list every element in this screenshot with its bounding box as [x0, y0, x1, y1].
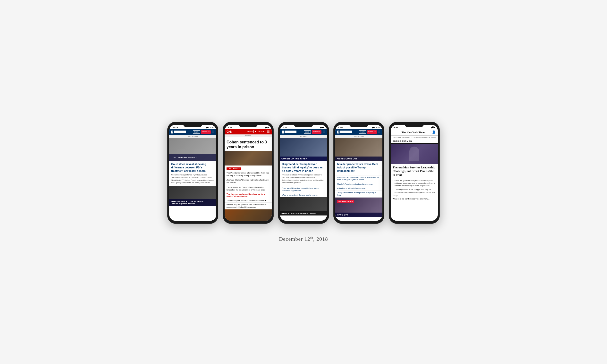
fox-body-3a: Prosecutors cut deal with Enquirer paren…: [282, 174, 325, 179]
fox-link-4d[interactable]: Trump's Russia real estate project: Ever…: [335, 191, 383, 197]
fox-login-btn-4[interactable]: Login: [359, 130, 366, 134]
nyt-login-btn[interactable]: Log In: [431, 136, 436, 138]
cnn-bottom-img: [224, 209, 272, 221]
phones-container: 10:29 ▂▄▆ LTE ■ f FOX NEWS Login Watch T…: [167, 122, 440, 224]
story2-overlay-3: WHAT'S THIS ZUCKERBERG THING?: [280, 211, 327, 216]
date-caption: December 12th, 2018: [279, 236, 328, 242]
hamburger-icon-3[interactable]: ☰: [322, 130, 325, 134]
cnn-live-tv[interactable]: Live TV ▼: [253, 130, 266, 133]
phone-3-nav: f FOX NEWS Login Watch TV ☰: [280, 129, 327, 135]
phone-5-screen: 4:53 ▂▄▇ ■ ☰ The New York Times 👤 Wednes…: [391, 125, 438, 221]
cnn-live-arrow: ▼: [263, 131, 265, 132]
cnn-red-link[interactable]: The 4 people sentenced to prison so far …: [224, 193, 272, 198]
cnn-home-link[interactable]: Home: [247, 130, 252, 133]
url-text-2: cnn.com: [245, 135, 251, 137]
hero-overlay-label-3: COHEN UP THE RIVER: [281, 157, 326, 160]
cnn-story-1: The President's former attorney said he …: [224, 171, 272, 177]
phone-1-nav: f FOX NEWS Login Watch TV ☰: [169, 129, 216, 135]
phone-5: 4:53 ▂▄▇ ■ ☰ The New York Times 👤 Wednes…: [389, 122, 440, 224]
nyt-logo: The New York Times: [402, 131, 426, 134]
hero-overlay-1: TWO SETS OF RULES?: [169, 154, 216, 161]
hero-overlay-4: KNIVES COME OUT: [335, 156, 383, 161]
fox-headline-4: Mueller probe twists revive Dem talk of …: [335, 161, 383, 175]
nyt-headline: Theresa May Survives Leadership Challeng…: [391, 164, 438, 179]
story2-img-1: SHAKEDOWN AT THE BORDER Caravan migrants…: [169, 186, 216, 206]
phone-3-notch: [294, 122, 313, 127]
phone-1-screen: 10:29 ▂▄▆ LTE ■ f FOX NEWS Login Watch T…: [169, 125, 216, 221]
phone-5-time: 4:53: [394, 126, 398, 129]
nyt-auth-btns: Subscribe Now Log In: [417, 136, 436, 138]
url-text-3: foxnews.com: [299, 135, 309, 137]
fox-logo-box-3: f: [282, 130, 284, 133]
nyt-person-icon[interactable]: 👤: [432, 130, 436, 134]
fox-watch-btn-3[interactable]: Watch TV: [312, 130, 321, 134]
nyt-hamburger-icon[interactable]: ☰: [393, 130, 395, 134]
cnn-hamburger-icon[interactable]: ☰: [267, 130, 270, 133]
fox-nav-btns-1: Login Watch TV ☰: [193, 130, 214, 134]
url-bar-1[interactable]: foxnews.com: [169, 135, 216, 138]
nyt-read-more[interactable]: What is a no-confidence vote and how...: [391, 197, 438, 201]
nyt-bullet-1: It was the gravest threat yet to the Bri…: [391, 179, 438, 188]
fox-body-1b: SEAN HANNITY: Michael Flynn's treatment …: [171, 179, 214, 184]
fox-logo-1: f FOX NEWS: [171, 130, 186, 133]
nyt-subscribe-btn[interactable]: Subscribe Now: [417, 136, 430, 138]
breaking-badge-4: BREAKING NEWS: [337, 198, 354, 203]
fox-link-3b[interactable]: What to know about Cohen's legal problem…: [280, 193, 327, 197]
phone-3-signal: ▂▄▆ ■: [319, 126, 324, 128]
nyt-date: Wednesday, December 12, 2018: [393, 136, 417, 138]
fox-link-4b[interactable]: Mueller's Russia investigation: What to …: [335, 182, 383, 187]
fox-nav-btns-3: Login Watch TV ☰: [304, 130, 325, 134]
fox-login-btn-1[interactable]: Login: [193, 130, 200, 134]
date-year: , 2018: [313, 236, 328, 242]
phone-5-notch: [405, 122, 424, 127]
fox-logo-text-4: FOX NEWS: [340, 130, 352, 133]
hero-img-3: COHEN UP THE RIVER: [280, 138, 327, 161]
cnn-nav-right: Home Live TV ▼ ☰: [247, 130, 270, 133]
hamburger-icon-4[interactable]: ☰: [378, 130, 381, 134]
url-bar-4[interactable]: foxnews.com: [335, 135, 383, 138]
hero-overlay-3: COHEN UP THE RIVER: [280, 156, 327, 161]
url-bar-2[interactable]: cnn.com: [224, 134, 272, 137]
fox-link-4a[interactable]: Disgraced ex-Trump lawyer blames 'blind …: [335, 175, 383, 182]
url-text-4: foxnews.com: [354, 135, 364, 137]
fox-watch-btn-4[interactable]: Watch TV: [367, 130, 377, 134]
cnn-main-headline: Cohen sentenced to 3 years in prison: [224, 137, 272, 151]
cnn-live-badge: LIVE UPDATES: [226, 168, 241, 170]
fox-watch-btn-1[interactable]: Watch TV: [201, 130, 211, 134]
cnn-link-1[interactable]: Trump's longtime attorney has been sente…: [224, 198, 272, 203]
story2-label-3: WHAT'S THIS ZUCKERBERG THING?: [281, 212, 326, 215]
cnn-story-2: Analysis: Michael Cohen's victim ploy di…: [224, 178, 272, 184]
cnn-live-label: Live TV: [257, 131, 263, 132]
nyt-hero-img: [391, 144, 438, 164]
phone-4-signal: ▂▄▆ LTE ■: [371, 126, 380, 128]
nyt-timestamp: 4m ago: [391, 194, 438, 197]
hero-overlay-label-1: TWO SETS OF RULES?: [171, 155, 215, 160]
nyt-section-label: BREXIT TURMOIL: [391, 139, 438, 144]
hamburger-icon-1[interactable]: ☰: [212, 130, 214, 134]
story2-label-1: SHAKEDOWN AT THE BORDER: [171, 200, 215, 203]
story2-overlay-1: SHAKEDOWN AT THE BORDER Caravan migrants…: [169, 199, 216, 206]
fox-link-4c[interactable]: A timeline of Michael Cohen's case: [335, 186, 383, 191]
phone-5-signal: ▂▄▇ ■: [430, 126, 435, 128]
fox-login-btn-3[interactable]: Login: [304, 130, 311, 134]
fox-headline-1: Court docs reveal shocking difference be…: [169, 161, 216, 186]
cnn-link-2[interactable]: National Enquirer publisher AMI strikes …: [224, 203, 272, 209]
nyt-figure-silhouette: [409, 147, 419, 161]
phone-3-screen: 3:37 ▂▄▆ ■ f FOX NEWS Login Watch TV ☰ f…: [280, 125, 327, 221]
phone-1-signal: ▂▄▆ LTE ■: [205, 126, 213, 128]
story2-img-3: WHAT'S THIS ZUCKERBERG THING?: [280, 197, 327, 216]
url-bar-3[interactable]: foxnews.com: [280, 135, 327, 138]
story2-text-1: Caravan migrants demand...: [171, 203, 215, 205]
fox-link-3a[interactable]: Flynn says FBI pushed him not to have la…: [280, 186, 327, 193]
hero-img-1: TWO SETS OF RULES?: [169, 138, 216, 161]
nyt-date-bar: Wednesday, December 12, 2018 Subscribe N…: [391, 136, 438, 139]
phone-1-notch: [183, 122, 202, 127]
fox-headline-h2-4: Mueller probe twists revive Dem talk of …: [337, 162, 381, 173]
phone-2-nav: CNN Home Live TV ▼ ☰: [224, 129, 272, 134]
phone-2-time: 3:36: [227, 126, 232, 129]
phone-2: 3:36 ▂▄▆ ■ CNN Home Live TV ▼ ☰ cnn.com: [223, 122, 274, 224]
fox-logo-text: FOX NEWS: [174, 130, 186, 133]
phone-4-nav: f FOX NEWS Login Watch TV ☰: [335, 129, 383, 135]
date-text: December 12: [279, 236, 310, 242]
fox-body-1a: Mueller memo says Michael Flynn has prov…: [171, 174, 214, 179]
